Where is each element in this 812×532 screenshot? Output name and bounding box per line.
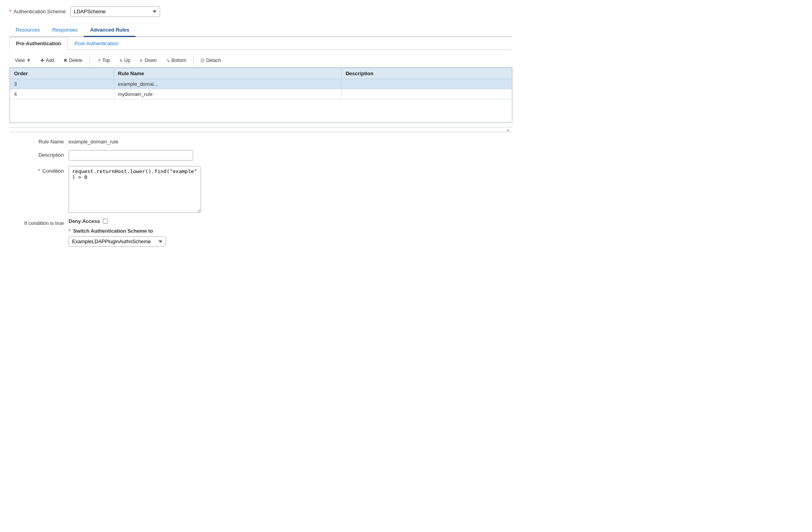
up-label: Up <box>124 58 130 63</box>
cell-description-1 <box>342 79 512 89</box>
col-rule-name: Rule Name <box>114 68 342 79</box>
splitter: ▲ <box>9 127 513 132</box>
col-description: Description <box>342 68 512 79</box>
bottom-label: Bottom <box>171 58 186 63</box>
condition-required-star: * <box>38 168 40 174</box>
deny-access-label: Deny Access <box>69 218 100 224</box>
view-label: View <box>15 58 25 63</box>
condition-label-text: Condition <box>42 168 64 174</box>
add-label: Add <box>46 58 54 63</box>
detach-icon: ⊡ <box>201 58 204 63</box>
required-star: * <box>9 9 11 14</box>
rules-table-container: Order Rule Name Description 3 example_do… <box>9 67 513 123</box>
tab-post-auth[interactable]: Post-Authentication <box>68 37 125 50</box>
condition-row: * Condition request.returnHost.lower().f… <box>9 166 513 213</box>
detach-label: Detach <box>206 58 221 63</box>
up-button[interactable]: ∧ Up <box>115 56 134 65</box>
view-button[interactable]: View ▼ <box>11 56 35 65</box>
cell-rule-name-2: mydomain_rule <box>114 89 342 99</box>
tabs-second: Pre-Authentication Post-Authentication <box>9 37 513 50</box>
detach-button[interactable]: ⊡ Detach <box>197 56 225 65</box>
delete-button[interactable]: ✖ Delete <box>60 56 86 65</box>
cell-rule-name-1: example_domai... <box>114 79 342 89</box>
add-icon: ✚ <box>41 58 44 63</box>
detail-section: Rule Name example_domain_rule Descriptio… <box>9 132 513 257</box>
cell-description-2 <box>342 89 512 99</box>
description-label: Description <box>9 150 64 158</box>
table-empty-row <box>10 99 512 123</box>
condition-label: * Condition <box>9 166 64 174</box>
bottom-icon: ↘ <box>166 58 170 63</box>
auth-scheme-select[interactable]: LDAPScheme <box>70 6 160 17</box>
top-label: Top <box>102 58 110 63</box>
rule-name-value: example_domain_rule <box>69 137 118 145</box>
if-condition-row: If condition is true Deny Access * Switc… <box>9 218 513 247</box>
table-row[interactable]: 3 example_domai... <box>10 79 512 89</box>
add-button[interactable]: ✚ Add <box>37 56 58 65</box>
col-order: Order <box>10 68 114 79</box>
tab-responses[interactable]: Responses <box>46 24 84 37</box>
switch-scheme-row: * Switch Authentication Scheme to Exampl… <box>69 228 166 247</box>
tab-pre-auth[interactable]: Pre-Authentication <box>9 37 68 50</box>
top-button[interactable]: ↗ Top <box>93 56 114 65</box>
rules-table: Order Rule Name Description 3 example_do… <box>10 68 512 123</box>
auth-scheme-label-text: Authentication Scheme <box>14 9 66 14</box>
down-icon: ∨ <box>139 58 143 63</box>
down-label: Down <box>144 58 157 63</box>
rule-name-label: Rule Name <box>9 137 64 145</box>
table-row[interactable]: 4 mydomain_rule <box>10 89 512 99</box>
table-header-row: Order Rule Name Description <box>10 68 512 79</box>
cell-order-1: 3 <box>10 79 114 89</box>
if-condition-label: If condition is true <box>9 218 64 226</box>
delete-label: Delete <box>69 58 83 63</box>
switch-label-text: Switch Authentication Scheme to <box>73 228 153 234</box>
description-row: Description <box>9 150 513 161</box>
down-button[interactable]: ∨ Down <box>136 56 160 65</box>
toolbar-divider-2 <box>193 56 194 65</box>
description-input[interactable] <box>69 150 193 161</box>
splitter-icon: ▲ <box>506 127 510 132</box>
delete-icon: ✖ <box>63 58 67 63</box>
toolbar: View ▼ ✚ Add ✖ Delete ↗ Top ∧ Up ∨ Down … <box>9 54 513 67</box>
rule-name-row: Rule Name example_domain_rule <box>9 137 513 145</box>
cell-order-2: 4 <box>10 89 114 99</box>
view-dropdown-icon: ▼ <box>26 58 31 63</box>
toolbar-divider-1 <box>90 56 90 65</box>
deny-access-checkbox[interactable] <box>103 219 108 224</box>
deny-access-row: Deny Access <box>69 218 166 224</box>
switch-required-star: * <box>69 228 70 234</box>
auth-scheme-label: * Authentication Scheme <box>9 9 66 14</box>
bottom-button[interactable]: ↘ Bottom <box>162 56 190 65</box>
top-icon: ↗ <box>97 58 101 63</box>
switch-scheme-select[interactable]: ExampleLDAPPluginAuthnScheme <box>69 236 166 247</box>
tab-advanced-rules[interactable]: Advanced Rules <box>84 24 136 37</box>
if-condition-block: Deny Access * Switch Authentication Sche… <box>69 218 166 247</box>
tabs-top: Resources Responses Advanced Rules <box>9 24 513 37</box>
auth-scheme-row: * Authentication Scheme LDAPScheme <box>9 6 513 17</box>
tab-resources[interactable]: Resources <box>9 24 46 37</box>
condition-textarea[interactable]: request.returnHost.lower().find("example… <box>69 166 201 213</box>
up-icon: ∧ <box>119 58 123 63</box>
